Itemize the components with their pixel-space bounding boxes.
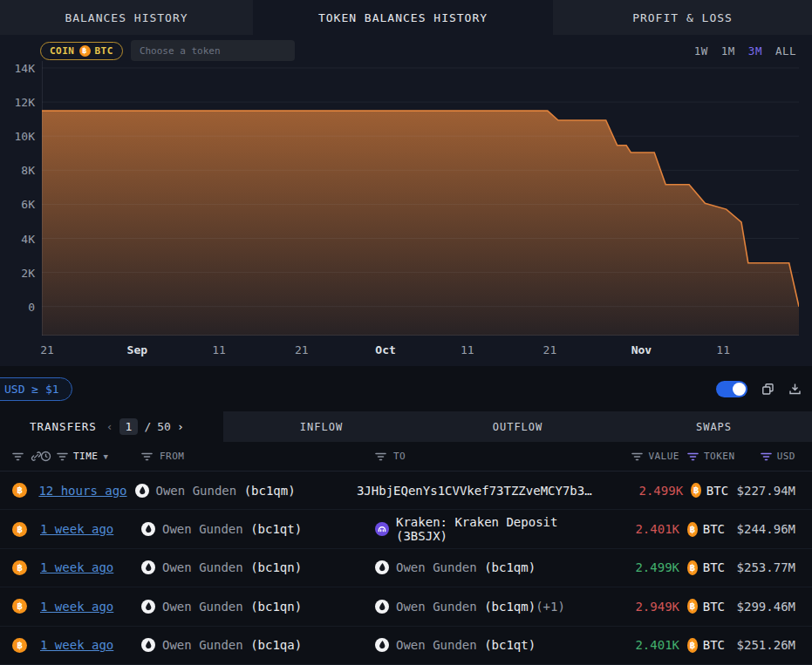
column-header-value[interactable]: VALUE: [648, 451, 679, 462]
top-tab-bar: BALANCES HISTORYTOKEN BALANCES HISTORYPR…: [0, 0, 812, 35]
btc-icon: ฿: [687, 560, 698, 575]
y-axis-label: 10K: [15, 130, 35, 143]
btc-icon: ฿: [12, 560, 27, 575]
filter-bar: USD ≥ $1: [0, 366, 812, 411]
filter-icon[interactable]: [687, 452, 699, 461]
tab-inflow[interactable]: INFLOW: [223, 411, 420, 442]
btc-icon: ฿: [12, 483, 27, 498]
y-axis-label: 6K: [21, 198, 35, 211]
btc-icon: ฿: [79, 45, 91, 57]
filter-icon[interactable]: [57, 452, 68, 461]
copy-icon[interactable]: [761, 383, 774, 396]
from-entity-link[interactable]: Owen Gunden (bc1qn): [162, 560, 302, 574]
kraken-icon: [375, 522, 389, 536]
btc-icon: ฿: [687, 599, 698, 614]
usd-value: $227.94M: [737, 484, 795, 498]
entity-drop-icon: [375, 638, 389, 652]
transfer-value: 2.401K: [635, 638, 679, 652]
from-entity-link[interactable]: Owen Gunden (bc1qa): [162, 638, 302, 652]
transaction-time-link[interactable]: 1 week ago: [40, 522, 113, 536]
column-header-time[interactable]: TIME: [73, 451, 99, 462]
btc-icon: ฿: [12, 638, 27, 653]
pager-current-page: 1: [119, 418, 139, 435]
x-axis-label: 21: [40, 343, 54, 356]
filter-icon[interactable]: [141, 452, 153, 461]
entity-drop-icon: [375, 600, 389, 614]
range-button-3m[interactable]: 3M: [748, 44, 762, 58]
tab-token-balances-history[interactable]: TOKEN BALANCES HISTORY: [253, 0, 553, 35]
pager-prev-icon[interactable]: ‹: [106, 420, 113, 433]
btc-icon: ฿: [12, 522, 27, 537]
tab-profit-loss[interactable]: PROFIT & LOSS: [553, 0, 812, 35]
table-row: ฿12 hours agoOwen Gunden (bc1qm)3JHbjEQe…: [0, 472, 812, 510]
filter-icon[interactable]: [12, 452, 24, 461]
btc-icon: ฿: [687, 522, 698, 537]
coin-filter-chip[interactable]: COIN ฿ BTC: [40, 42, 123, 60]
entity-drop-icon: [141, 560, 155, 574]
transfer-value: 2.401K: [635, 522, 679, 536]
from-entity-link[interactable]: Owen Gunden (bc1qt): [162, 522, 302, 536]
entity-drop-icon: [141, 638, 155, 652]
table-header: TIME ▼ FROM TO VALUE TOKEN USD: [0, 442, 812, 472]
download-icon[interactable]: [788, 383, 802, 396]
transaction-time-link[interactable]: 1 week ago: [40, 600, 113, 614]
column-header-from[interactable]: FROM: [160, 451, 185, 462]
chart-controls-row: COIN ฿ BTC 1W1M3MALL: [0, 35, 812, 61]
to-entity-link[interactable]: Owen Gunden (bc1qt): [396, 638, 536, 652]
area-fill: [42, 111, 799, 336]
range-button-1m[interactable]: 1M: [721, 44, 735, 58]
transaction-time-link[interactable]: 12 hours ago: [38, 484, 126, 498]
x-axis-label: 11: [212, 343, 226, 356]
coin-chip-label: COIN: [50, 45, 75, 57]
table-row: ฿1 week agoOwen Gunden (bc1qa)Owen Gunde…: [0, 627, 812, 665]
entity-drop-icon: [141, 600, 155, 614]
column-header-to[interactable]: TO: [393, 451, 406, 462]
tab-outflow[interactable]: OUTFLOW: [420, 411, 616, 442]
transaction-time-link[interactable]: 1 week ago: [40, 638, 113, 652]
tab-transfers[interactable]: TRANSFERS: [30, 420, 97, 433]
chart-section: COIN ฿ BTC 1W1M3MALL 14K12K10K8K6K4K2K0 …: [0, 35, 812, 366]
balance-area-chart[interactable]: [42, 61, 799, 336]
range-button-1w[interactable]: 1W: [694, 44, 708, 58]
transaction-time-link[interactable]: 1 week ago: [40, 560, 113, 574]
pager: ‹ 1 / 50 ›: [106, 418, 184, 435]
transfer-value: 2.499K: [639, 484, 684, 498]
usd-value: $251.26M: [737, 638, 795, 652]
tab-balances-history[interactable]: BALANCES HISTORY: [0, 0, 253, 35]
column-header-usd[interactable]: USD: [777, 451, 795, 462]
transfer-value: 2.949K: [635, 600, 679, 614]
y-axis-label: 12K: [15, 96, 35, 109]
x-axis-label: Oct: [375, 343, 395, 356]
x-axis-label: 21: [543, 343, 557, 356]
token-search-input[interactable]: [131, 40, 295, 61]
filter-icon[interactable]: [761, 452, 772, 461]
filter-icon[interactable]: [631, 452, 643, 461]
pager-next-icon[interactable]: ›: [177, 420, 184, 433]
from-entity-link[interactable]: Owen Gunden (bc1qm): [156, 484, 296, 498]
filter-icon[interactable]: [375, 452, 386, 461]
x-axis-label: Nov: [631, 343, 652, 356]
btc-icon: ฿: [687, 638, 698, 653]
y-axis-label: 2K: [21, 266, 35, 279]
usd-value: $299.46M: [737, 600, 795, 614]
usd-filter-badge[interactable]: USD ≥ $1: [0, 377, 72, 401]
address-link[interactable]: 3JHbjEQenYs1CVVkef73TZZveMCY7b3…: [357, 484, 592, 498]
btc-icon: ฿: [691, 483, 701, 498]
btc-icon: ฿: [12, 599, 27, 614]
entity-drop-icon: [141, 522, 155, 536]
clock-icon[interactable]: [40, 451, 51, 462]
y-axis-label: 0: [28, 300, 35, 313]
usd-toggle[interactable]: [716, 381, 747, 397]
chevron-down-icon[interactable]: ▼: [104, 452, 109, 461]
to-entity-link[interactable]: Owen Gunden (bc1qm)(+1): [396, 600, 565, 614]
from-entity-link[interactable]: Owen Gunden (bc1qn): [162, 600, 302, 614]
to-entity-link[interactable]: Owen Gunden (bc1qm): [396, 560, 536, 574]
tab-swaps[interactable]: SWAPS: [616, 411, 812, 442]
x-axis-label: 11: [716, 343, 730, 356]
to-entity-link[interactable]: Kraken: Kraken Deposit (3BSJX): [396, 515, 583, 543]
entity-drop-icon: [375, 560, 389, 574]
y-axis-label: 4K: [21, 232, 35, 245]
x-axis-label: 11: [461, 343, 474, 356]
range-button-all[interactable]: ALL: [775, 44, 796, 58]
token-symbol: BTC: [703, 600, 725, 614]
